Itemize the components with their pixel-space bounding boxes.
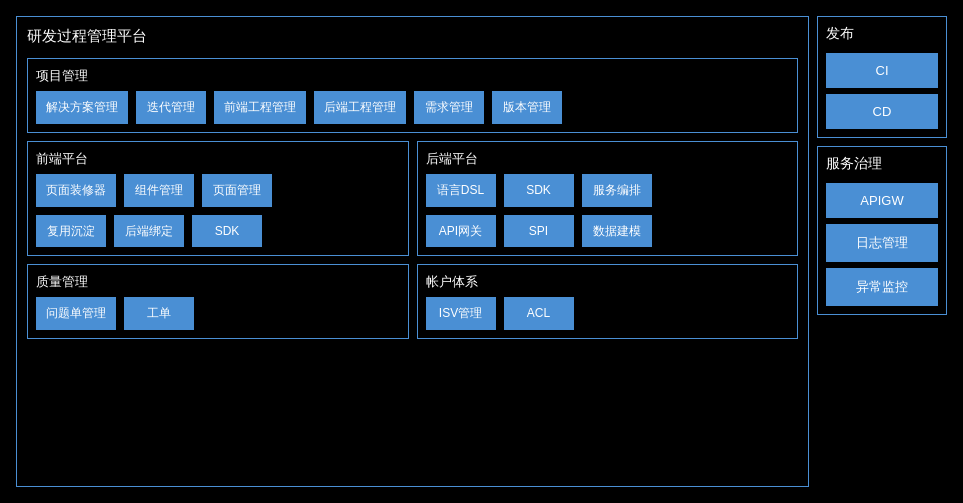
account-items: ISV管理 ACL	[426, 297, 790, 330]
item-work-order[interactable]: 工单	[124, 297, 194, 330]
item-exception-monitor[interactable]: 异常监控	[826, 268, 938, 306]
backend-row1: 语言DSL SDK 服务编排	[426, 174, 790, 207]
project-management-section: 项目管理 解决方案管理 迭代管理 前端工程管理 后端工程管理 需求管理 版本管理	[27, 58, 798, 133]
quality-items: 问题单管理 工单	[36, 297, 400, 330]
item-backend-eng-mgmt[interactable]: 后端工程管理	[314, 91, 406, 124]
item-apigw[interactable]: APIGW	[826, 183, 938, 218]
backend-row2: API网关 SPI 数据建模	[426, 215, 790, 248]
item-iteration-mgmt[interactable]: 迭代管理	[136, 91, 206, 124]
account-system-title: 帐户体系	[426, 273, 790, 291]
publish-section: 发布 CI CD	[817, 16, 947, 138]
bottom-row: 质量管理 问题单管理 工单 帐户体系 ISV管理 ACL	[27, 264, 798, 339]
item-lang-dsl[interactable]: 语言DSL	[426, 174, 496, 207]
frontend-row2: 复用沉淀 后端绑定 SDK	[36, 215, 400, 248]
item-requirement-mgmt[interactable]: 需求管理	[414, 91, 484, 124]
item-page-mgmt[interactable]: 页面管理	[202, 174, 272, 207]
item-version-mgmt[interactable]: 版本管理	[492, 91, 562, 124]
item-backend-binding[interactable]: 后端绑定	[114, 215, 184, 248]
right-panel: 发布 CI CD 服务治理 APIGW 日志管理 异常监控	[817, 16, 947, 487]
backend-platform-title: 后端平台	[426, 150, 790, 168]
quality-management-section: 质量管理 问题单管理 工单	[27, 264, 409, 339]
item-page-decorator[interactable]: 页面装修器	[36, 174, 116, 207]
main-title: 研发过程管理平台	[27, 27, 798, 46]
item-isv-mgmt[interactable]: ISV管理	[426, 297, 496, 330]
left-panel: 研发过程管理平台 项目管理 解决方案管理 迭代管理 前端工程管理 后端工程管理 …	[16, 16, 809, 487]
item-frontend-eng-mgmt[interactable]: 前端工程管理	[214, 91, 306, 124]
item-backend-sdk[interactable]: SDK	[504, 174, 574, 207]
item-api-gateway[interactable]: API网关	[426, 215, 496, 248]
item-issue-mgmt[interactable]: 问题单管理	[36, 297, 116, 330]
project-management-title: 项目管理	[36, 67, 789, 85]
middle-row: 前端平台 页面装修器 组件管理 页面管理 复用沉淀 后端绑定 SDK 后端平台 …	[27, 141, 798, 257]
frontend-platform-section: 前端平台 页面装修器 组件管理 页面管理 复用沉淀 后端绑定 SDK	[27, 141, 409, 257]
item-ci[interactable]: CI	[826, 53, 938, 88]
frontend-row1: 页面装修器 组件管理 页面管理	[36, 174, 400, 207]
item-log-mgmt[interactable]: 日志管理	[826, 224, 938, 262]
backend-platform-section: 后端平台 语言DSL SDK 服务编排 API网关 SPI 数据建模	[417, 141, 799, 257]
item-data-modeling[interactable]: 数据建模	[582, 215, 652, 248]
item-acl[interactable]: ACL	[504, 297, 574, 330]
item-cd[interactable]: CD	[826, 94, 938, 129]
frontend-platform-title: 前端平台	[36, 150, 400, 168]
item-reuse-deposit[interactable]: 复用沉淀	[36, 215, 106, 248]
project-management-items: 解决方案管理 迭代管理 前端工程管理 后端工程管理 需求管理 版本管理	[36, 91, 789, 124]
item-component-mgmt[interactable]: 组件管理	[124, 174, 194, 207]
item-service-orchestration[interactable]: 服务编排	[582, 174, 652, 207]
main-container: 研发过程管理平台 项目管理 解决方案管理 迭代管理 前端工程管理 后端工程管理 …	[0, 0, 963, 503]
item-spi[interactable]: SPI	[504, 215, 574, 248]
service-governance-section: 服务治理 APIGW 日志管理 异常监控	[817, 146, 947, 315]
item-frontend-sdk[interactable]: SDK	[192, 215, 262, 248]
publish-title: 发布	[826, 25, 938, 43]
service-governance-title: 服务治理	[826, 155, 938, 173]
account-system-section: 帐户体系 ISV管理 ACL	[417, 264, 799, 339]
quality-management-title: 质量管理	[36, 273, 400, 291]
item-solution-mgmt[interactable]: 解决方案管理	[36, 91, 128, 124]
